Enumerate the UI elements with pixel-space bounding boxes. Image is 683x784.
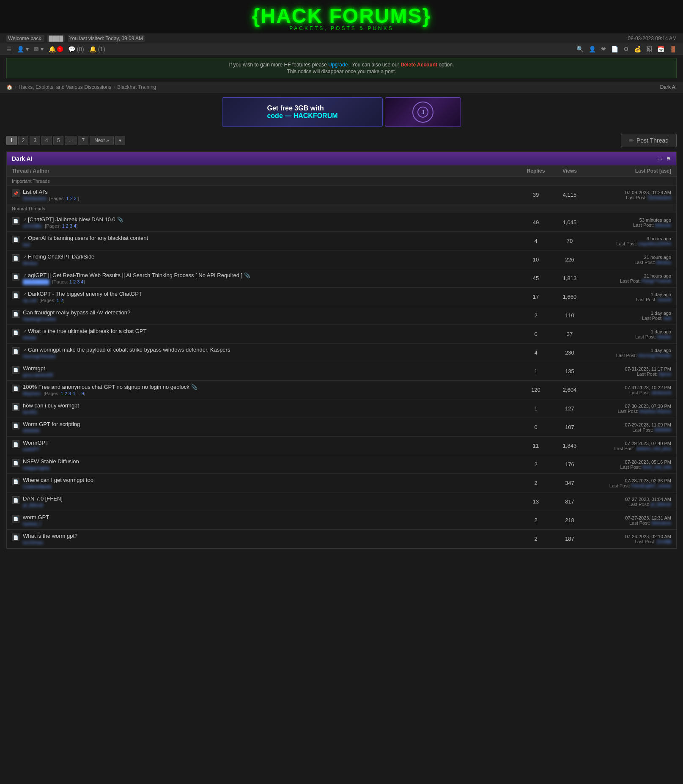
page-link[interactable]: 9 [82,391,84,396]
forum-flag-icon[interactable]: ⚑ [666,156,671,162]
user-icon[interactable]: 👤 ▾ [17,46,29,52]
author-link[interactable]: Mayhem [23,391,41,396]
page-link[interactable]: 2 [66,223,69,228]
page-link[interactable]: 1 [61,391,63,396]
lastpost-author[interactable]: Zm#$$ [657,539,671,544]
page-link[interactable]: 4 [81,279,83,284]
lastpost-author[interactable]: Parigi™neerik [642,278,671,283]
author-link[interactable]: Codemeltpots [23,484,52,489]
ad-banner-2[interactable]: J [385,97,461,127]
lastpost-author[interactable]: ufmkiomit [651,390,671,395]
lastpost-author[interactable]: Omniscient [648,195,671,200]
page-link[interactable]: 4 [72,391,75,396]
menu-icon[interactable]: ☰ [6,46,12,52]
page-link[interactable]: 2 [60,298,63,303]
search-icon[interactable]: 🔍 [576,46,584,52]
breadcrumb-section1[interactable]: Hacks, Exploits, and Various Discussions [19,84,111,90]
author-link[interactable]: gory.camino09 [23,372,53,377]
lastpost-author[interactable]: Sm#_r#d_h#k [642,465,672,470]
author-link[interactable]: evilGPT [23,447,39,452]
thread-title-link[interactable]: ↗ DarkGPT - The biggest enemy of the Cha… [23,291,142,297]
page-link[interactable]: 1 [57,298,59,303]
lastpost-author[interactable]: IIIIIIIIIIIII [654,427,671,432]
author-link[interactable]: HackingCrusher [23,316,56,322]
page-link[interactable]: 3 [69,391,71,396]
page-link[interactable]: 2 [65,391,67,396]
calendar-icon[interactable]: 📅 [657,46,664,52]
settings-icon[interactable]: ⚙ [623,46,629,52]
page-link[interactable]: 3 [77,279,80,284]
author-link[interactable]: Omniscient [23,196,46,201]
document-icon[interactable]: 📄 [611,46,618,52]
page-link[interactable]: 3 [74,196,77,201]
upgrade-link[interactable]: Upgrade [328,62,348,68]
page-link[interactable]: 4 [74,223,76,228]
lastpost-author[interactable]: Hehulene [651,520,671,525]
page-link[interactable]: 2 [73,279,76,284]
author-link[interactable]: xCH1$$x [23,223,42,228]
notifications-icon[interactable]: 🔔 (1) [89,46,105,52]
author-link[interactable]: trikster [23,335,37,340]
page-2-btn[interactable]: 2 [18,136,29,145]
page-1-btn[interactable]: 1 [6,136,17,145]
breadcrumb-section2[interactable]: Blackhat Training [117,84,156,90]
author-link[interactable]: ber001 [23,410,37,415]
page-link[interactable]: 1 [66,196,69,201]
thread-title-link[interactable]: Where can I get wormgpt tool [23,477,95,483]
thread-title-link[interactable]: ↗ Finding ChatGPT DarkSide [23,253,94,260]
thread-title-link[interactable]: ↗ What is the true ultimate jailbreak fo… [23,328,146,334]
author-link[interactable]: last [23,242,30,247]
author-link[interactable]: Horrorgi7Hoster [23,354,56,359]
thread-title-link[interactable]: DAN 7.0 [FFEN] [23,495,63,502]
author-link[interactable]: IIIIIIIIIIIII [23,428,40,433]
lastpost-author[interactable]: ioooctl [658,297,671,302]
page-5-btn[interactable]: 5 [53,136,64,145]
author-link[interactable]: harked_f [23,521,41,526]
page-link[interactable]: 1 [69,279,72,284]
alerts-icon[interactable]: 🔔 1 [49,46,63,52]
exit-icon[interactable]: 🚪 [669,46,677,52]
page-7-btn[interactable]: 7 [78,136,88,145]
post-thread-button[interactable]: ✏ Post Thread [621,134,677,147]
page-link[interactable]: 2 [70,196,73,201]
breadcrumb-home[interactable]: 🏠 [6,84,13,90]
thread-title-link[interactable]: What is the worm gpt? [23,533,77,539]
lastpost-author[interactable]: FiendLight7_smear [631,483,671,488]
ad-banner-1[interactable]: Get free 3GB with code — HACKFORUM [222,97,383,127]
thread-title-link[interactable]: WormGPT [23,440,49,446]
page-4-btn[interactable]: 4 [41,136,52,145]
thread-title-link[interactable]: Can fraudgpt really bypass all AV detect… [23,309,130,316]
author-link[interactable]: blindus [23,261,38,266]
page-link[interactable]: 3 [70,223,72,228]
thread-title-link[interactable]: worm GPT [23,514,49,520]
thread-title-link[interactable]: NSFW Stable Diffusion [23,458,79,465]
thread-title-link[interactable]: List of AI's [23,189,79,195]
posts-icon[interactable]: 💬 (0) [68,46,84,52]
author-link[interactable]: rip.cult [23,298,36,303]
author-link[interactable]: ████████ [23,279,49,284]
lastpost-author[interactable]: itsfucee [655,223,671,228]
thread-title-link[interactable]: ↗ OpenAI is banning users for any blackh… [23,235,148,241]
thread-title-link[interactable]: ↗ agiGPT || Get Real-Time Web Results ||… [23,272,250,278]
lastpost-author[interactable]: Sprue [659,371,671,377]
lastpost-author[interactable]: Horrorgi7Hoster [638,353,671,358]
thread-title-link[interactable]: ↗ Can wormgpt make the payload of cobalt… [23,347,230,353]
author-link[interactable]: midgarnights [23,465,49,470]
photo-icon[interactable]: 🖼 [646,46,652,52]
col-lastpost[interactable]: Last Post [asc] [587,168,671,174]
page-dropdown-btn[interactable]: ▾ [115,136,125,145]
logo[interactable]: {HACK FORUMS} PACKETS, POSTS & PUNKS [252,4,431,31]
page-link[interactable]: 1 [62,223,65,228]
delete-link[interactable]: Delete Account [400,62,437,68]
thread-title-link[interactable]: Wormgpt [23,365,53,371]
lastpost-author[interactable]: pf_l00m3r [650,502,671,507]
profile-icon[interactable]: 👤 [589,46,596,52]
forum-options-icon[interactable]: ⋯ [657,156,663,162]
heart-icon[interactable]: ❤ [601,46,606,52]
lastpost-author[interactable]: kharitos thanos [639,409,671,414]
money-icon[interactable]: 💰 [634,46,641,52]
lastpost-author[interactable]: blindus [656,260,671,265]
page-3-btn[interactable]: 3 [30,136,40,145]
lastpost-author[interactable]: trikster [657,334,671,339]
messages-icon[interactable]: ✉ ▾ [34,46,44,52]
